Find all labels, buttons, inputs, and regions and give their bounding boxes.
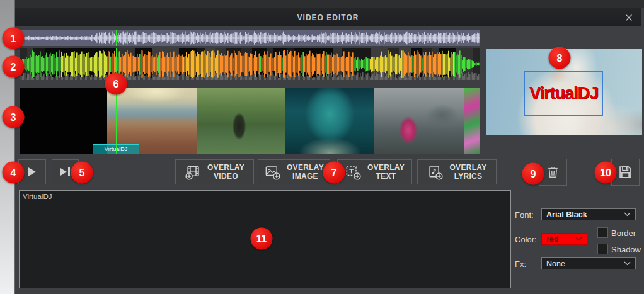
shadow-checkbox[interactable]	[597, 244, 608, 254]
timeline-thumbnail-pattern[interactable]	[464, 88, 480, 154]
audio-frequency-waveform[interactable]	[20, 48, 480, 80]
border-checkbox-label: Border	[611, 229, 636, 238]
playhead-timeline[interactable]	[116, 88, 117, 154]
font-label: Font:	[515, 210, 534, 220]
film-plus-icon	[185, 164, 202, 181]
overlay-image-button[interactable]: OVERLAY IMAGE	[258, 159, 330, 184]
color-select-value: red	[546, 235, 575, 244]
chevron-down-icon	[624, 212, 631, 217]
overlay-text-button[interactable]: OVERLAY TEXT	[337, 159, 412, 184]
overlay-text-label-2: TEXT	[376, 172, 396, 181]
fx-label: Fx:	[515, 259, 526, 269]
timeline-thumbnail-dancer[interactable]	[197, 88, 285, 154]
overlay-lyrics-label-2: LYRICS	[454, 172, 483, 181]
overlay-image-label-2: IMAGE	[292, 172, 318, 181]
image-plus-icon	[264, 164, 281, 181]
textbox-plus-icon	[345, 164, 362, 181]
video-timeline[interactable]: VirtualDJ	[20, 88, 480, 154]
shadow-checkbox-label: Shadow	[611, 245, 641, 254]
fx-select[interactable]: None	[541, 257, 636, 269]
color-label: Color:	[515, 235, 537, 244]
window-title: VIDEO EDITOR	[297, 13, 359, 22]
callout-9: 9	[522, 163, 544, 185]
trash-icon	[545, 164, 561, 180]
callout-7: 7	[323, 162, 345, 184]
callout-11: 11	[251, 228, 273, 250]
callout-4: 4	[3, 162, 25, 184]
skip-icon	[60, 168, 67, 176]
chevron-down-icon	[624, 261, 631, 266]
playhead-overview[interactable]	[116, 30, 117, 46]
audio-overview-waveform[interactable]	[20, 30, 480, 46]
overlay-image-label-1: OVERLAY	[287, 163, 324, 172]
color-select[interactable]: red	[541, 233, 587, 245]
callout-3: 3	[3, 106, 25, 128]
overlay-text-label-1: OVERLAY	[367, 163, 405, 172]
callout-2: 2	[3, 56, 25, 78]
video-editor-dialog: VIDEO EDITOR VirtualDJ	[0, 0, 644, 294]
font-select-value: Arial Black	[546, 210, 624, 219]
fx-select-value: None	[546, 259, 624, 268]
callout-1: 1	[3, 28, 25, 50]
save-icon	[617, 164, 634, 181]
text-selection-box[interactable]: VirtualDJ	[524, 71, 603, 116]
overlay-video-label-1: OVERLAY	[207, 163, 244, 172]
callout-6: 6	[105, 73, 127, 95]
lyrics-plus-icon	[427, 164, 444, 181]
title-bar: VIDEO EDITOR	[15, 8, 641, 26]
callout-5: 5	[71, 162, 93, 184]
overlay-lyrics-label-1: OVERLAY	[449, 163, 486, 172]
chevron-down-icon	[575, 237, 582, 241]
font-select[interactable]: Arial Black	[541, 208, 636, 220]
overlay-video-label-2: VIDEO	[214, 172, 238, 181]
preview-overlay-text[interactable]: VirtualDJ	[520, 72, 607, 115]
close-icon[interactable]	[623, 12, 635, 23]
border-checkbox[interactable]	[597, 227, 608, 238]
play-icon	[28, 167, 36, 176]
overlay-lyrics-button[interactable]: OVERLAY LYRICS	[417, 159, 497, 184]
overlay-video-button[interactable]: OVERLAY VIDEO	[175, 159, 254, 184]
timeline-thumbnail-group[interactable]	[374, 88, 464, 154]
window-top-strip	[15, 0, 644, 8]
callout-8: 8	[549, 47, 571, 69]
timeline-thumbnail-hall[interactable]	[285, 88, 374, 154]
callout-10: 10	[595, 162, 617, 184]
